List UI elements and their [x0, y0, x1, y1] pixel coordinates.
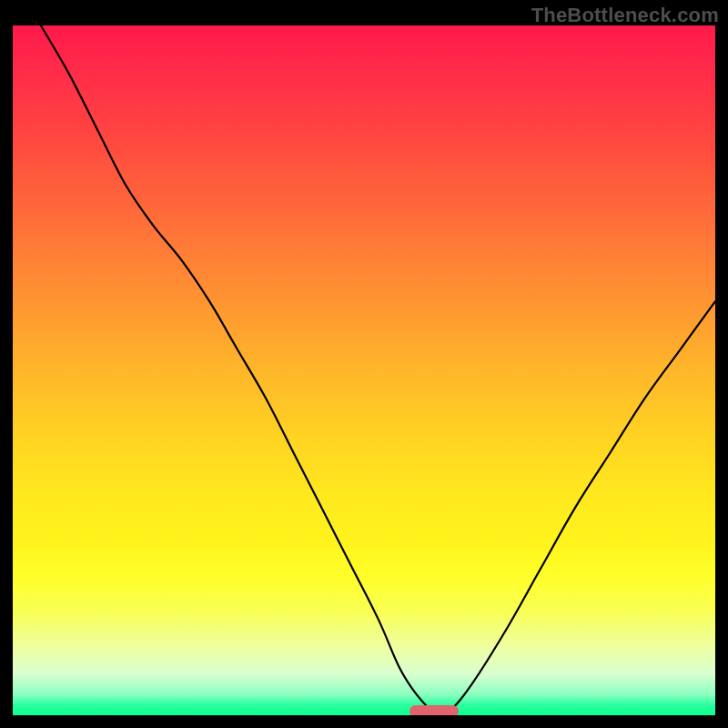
watermark-text: TheBottleneck.com: [531, 4, 719, 27]
optimum-marker: [410, 705, 459, 715]
plot-area: [13, 25, 715, 715]
bottleneck-curve: [13, 25, 715, 715]
chart-frame: TheBottleneck.com: [0, 0, 728, 728]
